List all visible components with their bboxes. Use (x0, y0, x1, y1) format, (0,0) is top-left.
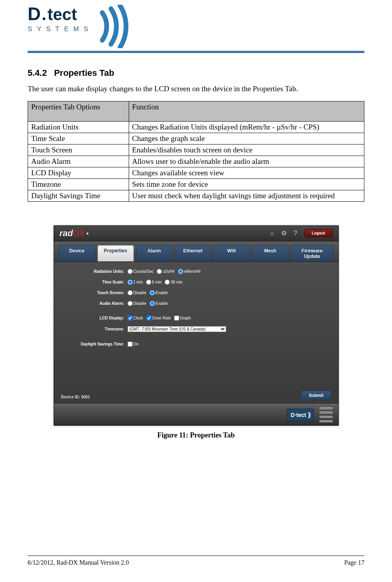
gear-icon[interactable]: ⚙ (281, 229, 287, 237)
tab-alarm[interactable]: Alarm (136, 245, 173, 261)
submit-button[interactable]: Submit (301, 391, 331, 400)
mini-logo-text: D·tect (291, 412, 306, 418)
radio-usv-hr[interactable] (157, 269, 162, 274)
radio-6min[interactable] (146, 280, 151, 285)
brand-rad: rad (60, 228, 73, 238)
intro-paragraph: The user can make display changes to the… (28, 84, 364, 94)
check-dst-on[interactable] (128, 342, 133, 347)
label-touch-screen: Touch Screen: (61, 291, 128, 295)
tab-device[interactable]: Device (59, 245, 95, 261)
table-row: Touch ScreenEnables/disables touch scree… (28, 144, 364, 156)
mini-logo: D·tect ))) (287, 409, 314, 421)
label-dst: Daylight Savings Time: (61, 342, 128, 346)
page-header: D tect SYSTEMS (28, 5, 364, 53)
device-id: Device ID: 0001 (61, 395, 90, 399)
figure: radDX ⌂ ⚙ ? Logout Device Properties Ala… (28, 225, 364, 439)
logo-tect: tect (47, 6, 77, 23)
logo-dot-icon (43, 17, 45, 20)
label-radiation-units: Radiation Units: (61, 269, 128, 274)
table-row: Radiation UnitsChanges Radiation Units d… (28, 121, 364, 133)
radio-audio-disable[interactable] (128, 301, 133, 306)
logo-d: D (28, 5, 41, 23)
radio-mrem-hr[interactable] (178, 269, 183, 274)
help-icon[interactable]: ? (294, 230, 297, 237)
th-function: Function (129, 101, 364, 121)
tab-ethernet[interactable]: Ethernet (175, 245, 211, 261)
options-table: Properties Tab Options Function Radiatio… (28, 101, 364, 202)
figure-caption: Figure 11: Properties Tab (158, 431, 235, 439)
check-clock[interactable] (128, 315, 133, 321)
radio-counts-sec[interactable] (128, 269, 133, 274)
label-time-scale: Time Scale: (61, 280, 128, 284)
tab-properties[interactable]: Properties (98, 245, 134, 261)
app-topbar: radDX ⌂ ⚙ ? Logout (54, 226, 338, 241)
section-heading: 5.4.2Properties Tab (28, 68, 364, 78)
section-number: 5.4.2 (28, 68, 47, 78)
brand-dot-icon (86, 233, 88, 235)
logo-arcs-icon (98, 5, 134, 48)
home-icon[interactable]: ⌂ (270, 230, 274, 237)
tab-wifi[interactable]: Wifi (214, 245, 250, 261)
label-timezone: Timezone: (61, 327, 128, 331)
page-footer: 6/12/2012, Rad-DX Manual Version 2.0 Pag… (28, 556, 364, 566)
logo-subtitle: SYSTEMS (28, 25, 93, 33)
table-row: LCD DisplayChanges available screen view (28, 167, 364, 178)
section-title: Properties Tab (54, 68, 114, 78)
table-row: TimezoneSets time zone for device (28, 178, 364, 190)
radio-30min[interactable] (165, 280, 170, 285)
radio-touch-disable[interactable] (128, 290, 133, 295)
radio-touch-enable[interactable] (150, 290, 155, 295)
check-dose-rate[interactable] (146, 315, 152, 321)
brand-dx: DX (73, 228, 85, 238)
th-options: Properties Tab Options (28, 101, 129, 121)
tab-firmware-update[interactable]: Firmware Update (291, 245, 334, 261)
timezone-select[interactable]: (GMT -7:00) Mountain Time (US & Canada) (128, 326, 226, 332)
mini-logo-arcs-icon: ))) (308, 411, 309, 419)
label-lcd-display: LCD Display: (61, 316, 128, 320)
radio-1min[interactable] (128, 280, 133, 285)
menu-icon[interactable] (319, 407, 333, 422)
table-row: Audio AlarmAllows user to disable/enable… (28, 156, 364, 167)
header-rule (28, 51, 364, 53)
table-row: Daylight Savings TimeUser must check whe… (28, 190, 364, 201)
app-window: radDX ⌂ ⚙ ? Logout Device Properties Ala… (54, 225, 339, 426)
logout-button[interactable]: Logout (304, 229, 333, 237)
properties-panel: Radiation Units: Counts/Sec uSv/Hr mRem/… (54, 262, 338, 404)
app-footer: D·tect ))) (54, 404, 338, 425)
check-graph[interactable] (174, 315, 179, 321)
label-audio-alarm: Audio Alarm: (61, 301, 128, 306)
table-row: Time ScaleChanges the graph scale (28, 133, 364, 144)
logo: D tect SYSTEMS (28, 5, 364, 48)
tab-mesh[interactable]: Mesh (252, 245, 289, 261)
app-brand: radDX (60, 228, 89, 238)
tab-bar: Device Properties Alarm Ethernet Wifi Me… (54, 241, 338, 262)
footer-left: 6/12/2012, Rad-DX Manual Version 2.0 (28, 559, 129, 566)
radio-audio-enable[interactable] (150, 301, 155, 306)
footer-right: Page 17 (344, 559, 364, 566)
